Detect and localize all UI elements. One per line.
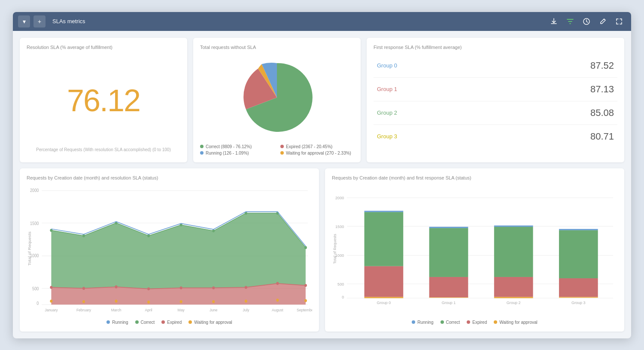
dot-waiting-jul [245,299,247,302]
svg-text:Group 3: Group 3 [571,301,586,305]
bar-g3-running [559,229,598,230]
pie-legend: Correct (8809 - 76.12%) Expired (2367 - … [200,141,354,155]
bar-chart-legend: Running Correct Expired Waiting for appr… [332,317,617,325]
legend-bar-expired: Expired [467,320,487,325]
svg-text:2000: 2000 [335,195,344,200]
collapse-button[interactable]: ▾ [18,15,30,27]
pie-container [200,54,354,141]
running-line-dot [106,320,110,324]
correct-line-label: Correct [141,320,155,325]
svg-text:April: April [145,307,152,312]
legend-bar-waiting: Waiting for approval [494,320,538,325]
bar-running-dot [412,320,415,324]
titlebar-left: ▾ + SLAs metrics [18,15,85,27]
legend-waiting: Waiting for approval (270 - 2.33%) [280,151,354,155]
group-0-value: 87.52 [590,60,614,71]
svg-text:March: March [111,307,122,312]
first-response-sla-card: First response SLA (% fulfillment averag… [367,38,624,162]
svg-text:2000: 2000 [30,188,39,193]
svg-text:0: 0 [36,301,39,306]
chevron-down-icon: ▾ [23,18,26,25]
dot-expired-aug [276,282,279,285]
bar-running-label: Running [417,320,433,325]
dot-waiting-may [180,300,182,303]
content-area: Resolution SLA (% average of fulfillment… [13,31,631,338]
running-line-label: Running [112,320,128,325]
app-window: ▾ + SLAs metrics [13,12,631,338]
waiting-line-label: Waiting for approval [194,320,232,325]
group-3-value: 80.71 [590,131,614,142]
svg-text:Total of Requests: Total of Requests [333,234,337,264]
group-row-2: Group 2 85.08 [374,101,617,125]
svg-text:500: 500 [337,282,344,286]
expired-line-label: Expired [167,320,182,325]
dot-expired-jan [50,286,52,289]
top-row: Resolution SLA (% average of fulfillment… [20,38,624,162]
bar-g2-running [494,225,533,227]
svg-text:Group 2: Group 2 [507,301,521,305]
dot-expired-feb [82,287,85,290]
titlebar: ▾ + SLAs metrics [13,12,631,31]
expired-label: Expired (2367 - 20.45%) [286,144,332,149]
bar-g0-correct [365,212,404,266]
svg-text:August: August [272,307,283,312]
waiting-line-dot [188,320,192,324]
bar-g1-running [429,227,468,228]
bar-g2-expired [494,277,533,296]
dot-expired-may [180,286,182,289]
legend-correct-line: Correct [135,320,155,325]
edit-button[interactable] [596,15,610,28]
fullscreen-button[interactable] [612,15,626,28]
dot-waiting-feb [82,300,85,303]
add-button[interactable]: + [33,15,46,27]
bar-correct-dot [440,320,444,324]
bar-chart-card: Requests by Creation date (month) and fi… [325,168,624,332]
bar-g1-correct [429,228,468,277]
bar-g3-correct [559,230,598,278]
bar-g2-waiting [494,297,533,298]
bar-g0-expired [365,266,404,297]
filter-button[interactable] [563,15,577,28]
bar-correct-label: Correct [446,320,460,325]
dot-expired-jun [212,286,215,289]
bar-chart-svg: 2000 1500 1000 500 0 Total of Requests [332,185,617,317]
bar-g1-expired [429,277,468,297]
download-button[interactable] [547,15,561,28]
correct-label: Correct (8809 - 76.12%) [206,144,252,149]
legend-running-line: Running [106,320,128,325]
svg-text:September: September [297,307,312,312]
waiting-label: Waiting for approval (270 - 2.33%) [286,151,351,155]
legend-expired: Expired (2367 - 20.45%) [280,144,354,149]
dot-expired-sep [304,284,307,287]
legend-waiting-line: Waiting for approval [188,320,232,325]
resolution-sla-title: Resolution SLA (% average of fulfillment… [27,45,112,50]
bar-g0-waiting [365,297,404,298]
dot-correct-jun [212,229,215,232]
group-row-1: Group 1 87.13 [374,78,617,101]
line-chart-title: Requests by Creation date (month) and re… [27,175,312,180]
bar-waiting-label: Waiting for approval [499,320,538,325]
clock-button[interactable] [580,15,593,28]
bottom-row: Requests by Creation date (month) and re… [20,168,624,332]
svg-text:1500: 1500 [335,225,344,229]
svg-text:June: June [210,307,218,312]
legend-bar-correct: Correct [440,320,460,325]
resolution-sla-card: Resolution SLA (% average of fulfillment… [20,38,187,162]
page-title: SLAs metrics [52,18,85,24]
dot-expired-apr [147,287,150,290]
running-label: Running (126 - 1.09%) [206,151,249,155]
group-2-name: Group 2 [377,110,397,116]
bar-waiting-dot [494,320,497,324]
bar-expired-dot [467,320,470,324]
group-1-name: Group 1 [377,86,397,92]
first-response-sla-title: First response SLA (% fulfillment averag… [374,45,617,50]
running-dot [200,151,204,155]
correct-line-dot [135,320,139,324]
bar-chart-title: Requests by Creation date (month) and fi… [332,175,617,180]
bar-g2-correct [494,227,533,277]
bar-g0-running [365,210,404,212]
svg-text:500: 500 [32,286,39,291]
dot-waiting-aug [276,298,279,301]
group-3-name: Group 3 [377,133,397,140]
dot-correct-apr [147,234,150,237]
